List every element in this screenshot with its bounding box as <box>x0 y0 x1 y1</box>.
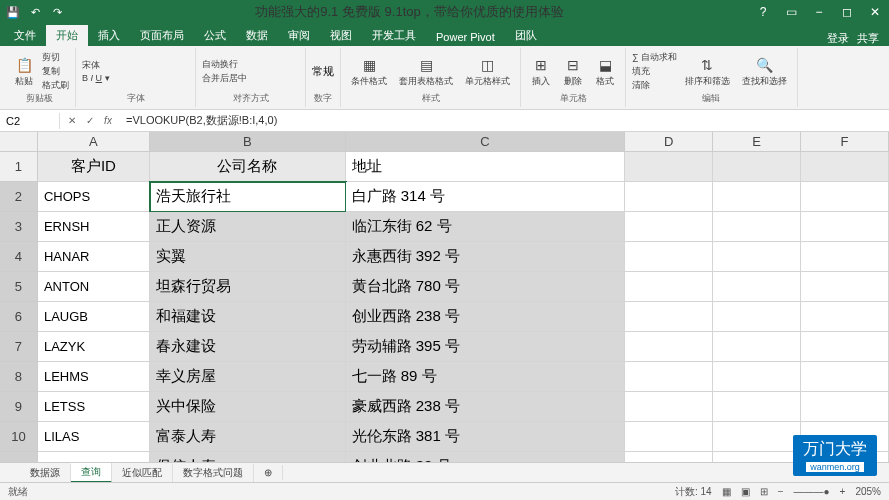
sort-filter-button[interactable]: ⇅排序和筛选 <box>681 53 734 90</box>
col-header-D[interactable]: D <box>625 132 713 152</box>
cell[interactable]: 实翼 <box>150 242 346 272</box>
cell-styles-button[interactable]: ◫单元格样式 <box>461 53 514 90</box>
cell[interactable]: 光伦东路 381 号 <box>346 422 626 452</box>
cell[interactable] <box>625 392 713 422</box>
ribbon-min-icon[interactable]: ▭ <box>781 5 801 19</box>
view-layout-icon[interactable]: ▣ <box>741 486 750 497</box>
cell[interactable] <box>625 212 713 242</box>
zoom-out-button[interactable]: − <box>778 486 784 497</box>
row-header[interactable]: 3 <box>0 212 38 242</box>
tab-dev[interactable]: 开发工具 <box>362 25 426 46</box>
cell[interactable]: 黄台北路 780 号 <box>346 272 626 302</box>
insert-cells-button[interactable]: ⊞插入 <box>527 53 555 90</box>
cell[interactable] <box>713 272 801 302</box>
cell[interactable] <box>713 422 801 452</box>
row-header[interactable]: 7 <box>0 332 38 362</box>
view-normal-icon[interactable]: ▦ <box>722 486 731 497</box>
cell[interactable]: 富泰人寿 <box>150 422 346 452</box>
tab-powerpivot[interactable]: Power Pivot <box>426 28 505 46</box>
cell[interactable]: 创业西路 238 号 <box>346 302 626 332</box>
col-header-F[interactable]: F <box>801 132 889 152</box>
cell[interactable] <box>713 212 801 242</box>
cell[interactable] <box>625 362 713 392</box>
cond-format-button[interactable]: ▦条件格式 <box>347 53 391 90</box>
clear-button[interactable]: 清除 <box>632 79 677 92</box>
cell[interactable]: 白广路 314 号 <box>346 182 626 212</box>
cell[interactable]: LILAS <box>38 422 150 452</box>
row-header[interactable]: 10 <box>0 422 38 452</box>
close-icon[interactable]: ✕ <box>865 5 885 19</box>
cell[interactable]: 坦森行贸易 <box>150 272 346 302</box>
wrap-button[interactable]: 自动换行 <box>202 58 247 71</box>
undo-icon[interactable]: ↶ <box>26 3 44 21</box>
zoom-in-button[interactable]: + <box>840 486 846 497</box>
copy-button[interactable]: 复制 <box>42 65 69 78</box>
cell[interactable] <box>713 182 801 212</box>
cell[interactable]: CHOPS <box>38 182 150 212</box>
merge-button[interactable]: 合并后居中 <box>202 72 247 85</box>
cell[interactable]: ERNSH <box>38 212 150 242</box>
cut-button[interactable]: 剪切 <box>42 51 69 64</box>
view-break-icon[interactable]: ⊞ <box>760 486 768 497</box>
tab-view[interactable]: 视图 <box>320 25 362 46</box>
cancel-icon[interactable]: ✕ <box>64 115 80 126</box>
tab-formulas[interactable]: 公式 <box>194 25 236 46</box>
cell[interactable]: 客户ID <box>38 152 150 182</box>
login-link[interactable]: 登录 <box>827 31 849 46</box>
font-name-select[interactable]: 宋体 <box>82 59 110 72</box>
help-icon[interactable]: ? <box>753 5 773 19</box>
cell[interactable] <box>801 392 889 422</box>
cell[interactable] <box>713 302 801 332</box>
row-header[interactable]: 9 <box>0 392 38 422</box>
cell[interactable]: 永惠西街 392 号 <box>346 242 626 272</box>
table-format-button[interactable]: ▤套用表格格式 <box>395 53 457 90</box>
row-header[interactable]: 4 <box>0 242 38 272</box>
zoom-level[interactable]: 205% <box>855 486 881 497</box>
tab-team[interactable]: 团队 <box>505 25 547 46</box>
cell[interactable] <box>801 362 889 392</box>
row-header[interactable]: 1 <box>0 152 38 182</box>
row-header[interactable]: 8 <box>0 362 38 392</box>
cell[interactable] <box>625 422 713 452</box>
format-painter-button[interactable]: 格式刷 <box>42 79 69 92</box>
cell[interactable]: 浩天旅行社 <box>150 182 346 212</box>
new-sheet-button[interactable]: ⊕ <box>254 465 283 480</box>
find-select-button[interactable]: 🔍查找和选择 <box>738 53 791 90</box>
cell[interactable]: LEHMS <box>38 362 150 392</box>
formula-input[interactable]: =VLOOKUP(B2,数据源!B:I,4,0) <box>120 111 889 130</box>
cell[interactable]: 兴中保险 <box>150 392 346 422</box>
cell[interactable] <box>713 332 801 362</box>
fill-button[interactable]: 填充 <box>632 65 677 78</box>
tab-home[interactable]: 开始 <box>46 25 88 46</box>
format-cells-button[interactable]: ⬓格式 <box>591 53 619 90</box>
cell[interactable]: 豪威西路 238 号 <box>346 392 626 422</box>
cell[interactable]: 七一路 89 号 <box>346 362 626 392</box>
cell[interactable]: 地址 <box>346 152 626 182</box>
col-header-A[interactable]: A <box>38 132 150 152</box>
cell[interactable] <box>801 182 889 212</box>
save-icon[interactable]: 💾 <box>4 3 22 21</box>
cell[interactable]: HANAR <box>38 242 150 272</box>
cell[interactable]: LAUGB <box>38 302 150 332</box>
cell[interactable] <box>625 332 713 362</box>
paste-button[interactable]: 📋粘贴 <box>10 53 38 90</box>
cell[interactable] <box>625 242 713 272</box>
name-box[interactable]: C2 <box>0 113 60 129</box>
cell[interactable]: 正人资源 <box>150 212 346 242</box>
cell[interactable] <box>801 152 889 182</box>
sheet-tab[interactable]: 近似匹配 <box>112 464 173 482</box>
cell[interactable] <box>801 302 889 332</box>
number-format-select[interactable]: 常规 <box>312 64 334 79</box>
col-header-E[interactable]: E <box>713 132 801 152</box>
worksheet-grid[interactable]: A B C D E F 1客户ID公司名称地址2CHOPS浩天旅行社白广路 31… <box>0 132 889 482</box>
cell[interactable] <box>625 302 713 332</box>
tab-data[interactable]: 数据 <box>236 25 278 46</box>
cell[interactable] <box>713 362 801 392</box>
tab-file[interactable]: 文件 <box>4 25 46 46</box>
cell[interactable]: 春永建设 <box>150 332 346 362</box>
enter-icon[interactable]: ✓ <box>82 115 98 126</box>
tab-layout[interactable]: 页面布局 <box>130 25 194 46</box>
cell[interactable] <box>801 332 889 362</box>
cell[interactable] <box>625 152 713 182</box>
cell[interactable] <box>801 212 889 242</box>
